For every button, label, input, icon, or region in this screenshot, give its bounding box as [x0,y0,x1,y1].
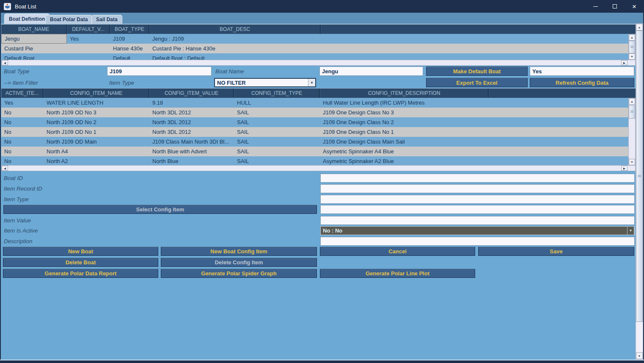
maximize-button[interactable] [605,0,625,13]
cell-config-item-description[interactable]: Hull Water Line Length (IRC LWP) Metres [320,98,489,108]
cell-config-item-value[interactable]: North 3DL 2012 [149,117,234,127]
table-row[interactable]: No North A4 North Blue with Advert SAIL … [1,147,636,156]
column-header-config-item-description[interactable]: CONFIG_ITEM_DESCRIPTION [320,89,489,98]
scroll-down-icon[interactable]: ▼ [629,159,635,165]
scroll-left-icon[interactable]: ◀ [2,60,8,65]
table-row[interactable]: Jengu Yes J109 Jengu : J109 [1,34,636,44]
horizontal-scrollbar[interactable]: ◀ ▶ [1,60,636,66]
horizontal-scrollbar[interactable]: ◀ ▶ [1,165,636,171]
scrollbar-thumb[interactable] [629,105,635,119]
cell-config-item-description[interactable]: J109 One Design Class No 3 [320,108,489,117]
tab-sail-data[interactable]: Sail Data [91,15,122,24]
cell-config-item-value[interactable]: North Blue [149,156,234,166]
cell-active-item[interactable]: No [1,108,44,117]
description-input[interactable] [320,237,635,246]
cell-config-item-value[interactable]: 9.18 [149,98,234,108]
cell-config-item-type[interactable]: SAIL [234,137,320,147]
table-row[interactable]: Yes WATER LINE LENGTH 9.18 HULL Hull Wat… [1,98,636,108]
scrollbar-thumb[interactable] [636,30,643,322]
cell-boat-desc[interactable]: Default Boat : Default [149,53,321,60]
column-header-active-item[interactable]: ACTIVE_ITE... [1,89,44,98]
cell-boat-name[interactable]: Default Boat [1,53,67,60]
cell-boat-type[interactable]: J109 [110,34,149,44]
table-row[interactable]: No North J109 OD No 2 North 3DL 2012 SAI… [1,117,636,127]
cell-active-item[interactable]: No [1,156,44,166]
select-config-item-button[interactable]: Select Config Item [3,205,317,214]
make-default-boat-button[interactable]: Make Default Boat [426,67,528,76]
tab-boat-polar-data[interactable]: Boat Polar Data [45,15,92,24]
cell-active-item[interactable]: No [1,127,44,137]
table-row[interactable]: No North J109 OD No 3 North 3DL 2012 SAI… [1,108,636,117]
export-to-excel-button[interactable]: Export To Excel [426,78,528,87]
cell-config-item-description[interactable]: Asymetric Spinnaker A4 Blue [320,147,489,156]
scroll-left-icon[interactable]: ◀ [2,166,8,171]
table-row[interactable]: No North J109 OD No 1 North 3DL 2012 SAI… [1,127,636,137]
cell-boat-name[interactable]: Jengu [1,34,67,44]
scrollbar-thumb[interactable] [629,41,635,53]
default-flag-input[interactable] [530,67,634,76]
cell-active-item[interactable]: No [1,137,44,147]
cell-config-item-value[interactable]: J109 Class Main North 3DI Bl... [149,137,234,147]
generate-polar-data-report-button[interactable]: Generate Polar Data Report [3,269,158,278]
item-type-input[interactable] [320,195,635,204]
column-header-config-item-value[interactable]: CONFIG_ITEM_VALUE [149,89,234,98]
item-record-id-input[interactable] [320,184,635,193]
cell-config-item-name[interactable]: North J109 OD Main [44,137,149,147]
cell-config-item-type[interactable]: SAIL [234,127,320,137]
item-value-input[interactable] [320,216,635,225]
cell-config-item-type[interactable]: SAIL [234,117,320,127]
refresh-config-data-button[interactable]: Refresh Config Data [530,78,634,87]
delete-config-item-button[interactable]: Delete Config Item [161,258,317,267]
cell-default-v[interactable]: Yes [67,34,110,44]
cell-config-item-name[interactable]: North J109 OD No 2 [44,117,149,127]
boat-type-input[interactable] [107,67,212,76]
cell-config-item-description[interactable]: J109 One Design Class Main Sail [320,137,489,147]
cell-boat-type[interactable]: Hanse 430e [110,44,149,53]
cell-config-item-description[interactable]: J109 One Design Class No 1 [320,127,489,137]
cell-boat-desc[interactable]: Custard Pie : Hanse 430e [149,44,321,53]
cell-config-item-name[interactable]: North A4 [44,147,149,156]
config-item-input[interactable] [320,205,635,214]
generate-polar-spider-graph-button[interactable]: Generate Polar Spider Graph [161,269,317,278]
table-row[interactable]: Custard Pie Hanse 430e Custard Pie : Han… [1,44,636,53]
save-button[interactable]: Save [478,247,634,256]
cell-active-item[interactable]: Yes [1,98,44,108]
cell-default-v[interactable] [67,44,110,53]
cell-config-item-description[interactable]: J109 One Design Class No 2 [320,117,489,127]
cell-config-item-description[interactable]: Asymetric Spinnaker A2 Blue [320,156,489,166]
column-header-default-v[interactable]: DEFAULT_V... [67,25,110,34]
cell-config-item-name[interactable]: North A2 [44,156,149,166]
window-vertical-scrollbar[interactable]: ▲ ▼ [636,23,643,360]
new-boat-button[interactable]: New Boat [3,247,158,256]
table-row[interactable]: No North A2 North Blue SAIL Asymetric Sp… [1,156,636,166]
vertical-scrollbar[interactable]: ▲ ▼ [628,98,636,166]
boat-name-input[interactable] [319,67,423,76]
boat-id-input[interactable] [320,174,635,183]
cell-active-item[interactable]: No [1,117,44,127]
column-header-config-item-name[interactable]: CONFIG_ITEM_NAME [44,89,149,98]
item-is-active-dropdown[interactable]: No : No ▼ [320,226,635,235]
column-header-boat-desc[interactable]: BOAT_DESC [149,25,321,34]
cancel-button[interactable]: Cancel [320,247,475,256]
cell-config-item-name[interactable]: WATER LINE LENGTH [44,98,149,108]
cell-active-item[interactable]: No [1,147,44,156]
cell-boat-desc[interactable]: Jengu : J109 [149,34,321,44]
cell-boat-type[interactable]: Default [110,53,149,60]
table-row[interactable]: Default Boat Default Default Boat : Defa… [1,53,636,60]
tab-boat-definition[interactable]: Boat Definition [4,14,50,24]
chevron-down-icon[interactable]: ▼ [627,227,634,235]
delete-boat-button[interactable]: Delete Boat [3,258,158,267]
generate-polar-line-plot-button[interactable]: Generate Polar Line Plot [320,269,475,278]
scroll-right-icon[interactable]: ▶ [621,166,627,171]
cell-default-v[interactable] [67,53,110,60]
cell-boat-name[interactable]: Custard Pie [1,44,67,53]
scroll-right-icon[interactable]: ▶ [621,60,627,65]
scroll-up-icon[interactable]: ▲ [636,24,643,30]
vertical-scrollbar[interactable]: ▲ ▼ [628,34,636,60]
column-header-boat-name[interactable]: BOAT_NAME [1,25,67,34]
cell-config-item-value[interactable]: North 3DL 2012 [149,127,234,137]
cell-config-item-name[interactable]: North J109 OD No 1 [44,127,149,137]
cell-config-item-name[interactable]: North J109 OD No 3 [44,108,149,117]
cell-config-item-value[interactable]: North 3DL 2012 [149,108,234,117]
scroll-down-icon[interactable]: ▼ [629,53,635,60]
